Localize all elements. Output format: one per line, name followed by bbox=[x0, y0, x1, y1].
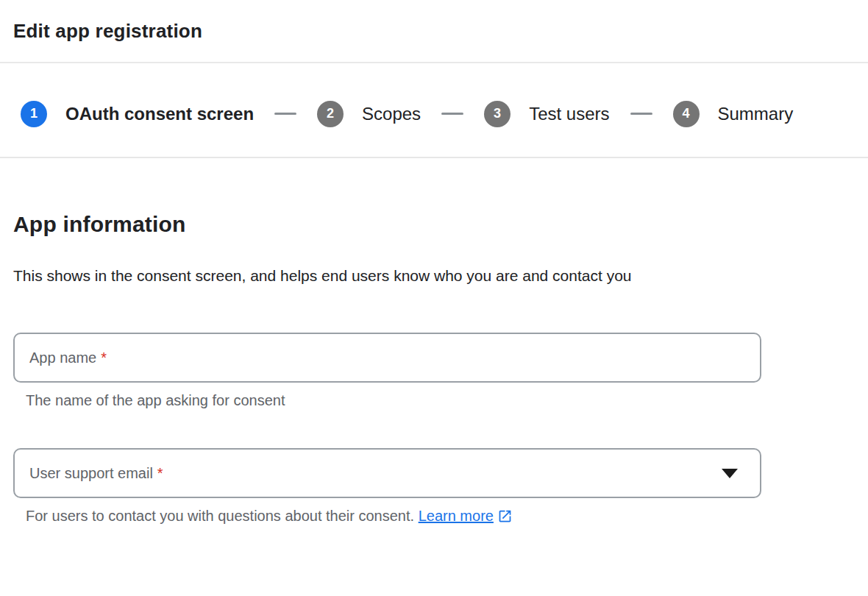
stepper-step-summary[interactable]: 4 Summary bbox=[673, 101, 794, 127]
learn-more-link[interactable]: Learn more bbox=[419, 508, 513, 524]
step-4-badge-icon: 4 bbox=[673, 101, 700, 127]
required-asterisk: * bbox=[157, 465, 163, 482]
required-asterisk: * bbox=[101, 350, 107, 366]
stepper: 1 OAuth consent screen 2 Scopes 3 Test u… bbox=[0, 63, 868, 158]
step-2-label: Scopes bbox=[362, 104, 421, 124]
user-support-email-label: User support email bbox=[29, 465, 153, 482]
step-3-badge-icon: 3 bbox=[484, 101, 511, 127]
step-connector bbox=[441, 113, 463, 115]
stepper-step-test-users[interactable]: 3 Test users bbox=[484, 101, 609, 127]
app-name-input[interactable]: App name * bbox=[13, 333, 761, 383]
user-support-email-helper-text: For users to contact you with questions … bbox=[26, 508, 868, 528]
step-3-label: Test users bbox=[529, 104, 609, 124]
learn-more-label: Learn more bbox=[419, 508, 494, 524]
app-name-label: App name bbox=[29, 350, 96, 366]
section-heading: App information bbox=[13, 212, 868, 237]
step-2-badge-icon: 2 bbox=[317, 101, 344, 127]
page-header: Edit app registration bbox=[0, 0, 868, 63]
main-content: App information This shows in the consen… bbox=[0, 212, 868, 528]
external-link-icon bbox=[497, 508, 513, 528]
helper-text: For users to contact you with questions … bbox=[26, 508, 414, 524]
app-name-field-group: App name * The name of the app asking fo… bbox=[13, 333, 868, 409]
dropdown-arrow-icon bbox=[722, 469, 738, 478]
stepper-step-scopes[interactable]: 2 Scopes bbox=[317, 101, 421, 127]
user-support-email-field-group: User support email * For users to contac… bbox=[13, 448, 868, 528]
step-1-label: OAuth consent screen bbox=[65, 104, 254, 124]
section-description: This shows in the consent screen, and he… bbox=[13, 261, 749, 291]
step-connector bbox=[630, 113, 652, 115]
step-connector bbox=[274, 113, 296, 115]
user-support-email-select[interactable]: User support email * bbox=[13, 448, 761, 498]
stepper-step-oauth-consent-screen[interactable]: 1 OAuth consent screen bbox=[21, 101, 254, 127]
page-title: Edit app registration bbox=[13, 20, 202, 43]
step-1-badge-icon: 1 bbox=[21, 101, 47, 127]
step-4-label: Summary bbox=[718, 104, 794, 124]
app-name-helper-text: The name of the app asking for consent bbox=[26, 392, 868, 409]
